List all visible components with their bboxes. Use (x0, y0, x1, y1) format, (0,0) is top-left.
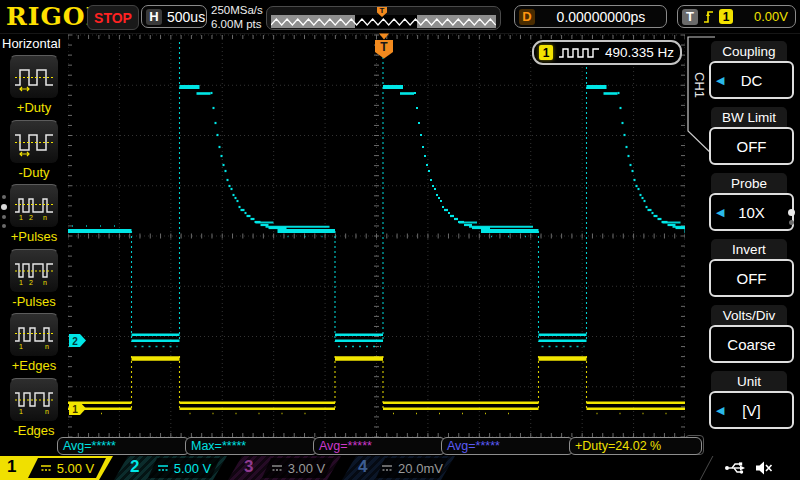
timebase-value: 500us (167, 9, 205, 25)
select-arrow-icon: ◀ (716, 74, 724, 87)
page-dot (2, 215, 6, 219)
menu-value: Coarse (727, 336, 775, 353)
svg-text:n: n (45, 343, 49, 350)
page-dot (789, 220, 794, 225)
left-menu: Horizontal +Duty -Duty 12n +Puls (0, 33, 68, 456)
coupling-dc-icon (381, 463, 393, 473)
menu-item-invert[interactable]: ◀ OFF (709, 259, 794, 297)
svg-text:2: 2 (29, 279, 33, 286)
channel-scale: 20.0mV (398, 461, 443, 476)
menu-label-coupling: Coupling (711, 41, 787, 61)
svg-text:n: n (43, 279, 47, 286)
channel-3-status[interactable]: 3 3.00 V (228, 456, 341, 480)
page-dot (2, 195, 6, 199)
menu-item-unit[interactable]: ◀ [V] (709, 391, 794, 429)
menu-value: OFF (737, 138, 767, 155)
memory-depth: 6.00M pts (211, 17, 263, 31)
usb-icon[interactable] (724, 459, 746, 477)
pulses-negative-icon: 12n (13, 256, 55, 286)
pulse-train-icon (558, 46, 600, 59)
menu-value: [V] (742, 402, 760, 419)
svg-text:2: 2 (72, 336, 78, 347)
page-dot-active (1, 204, 7, 210)
measurement-bar: Avg=***** Max=***** Avg=***** Avg=***** … (0, 437, 800, 456)
horizontal-badge: H (146, 9, 162, 25)
right-menu-page-dots (788, 209, 795, 225)
svg-text:2: 2 (29, 214, 33, 221)
oscilloscope-screen: RIGOL STOP H 500us 250MSa/s 6.00M pts T … (0, 0, 800, 480)
left-menu-title: Horizontal (2, 36, 61, 51)
menu-item-label: +Edges (0, 358, 68, 373)
right-menu: CH1 Coupling ◀ DC BW Limit ◀ OFF Probe ◀… (685, 33, 800, 456)
run-stop-status[interactable]: STOP (87, 5, 139, 30)
menu-label-bw-limit: BW Limit (711, 107, 787, 127)
menu-item-plus-pulses[interactable]: 12n +Pulses (0, 184, 68, 244)
menu-item-minus-edges[interactable]: 1n -Edges (0, 378, 68, 438)
channel-number: 1 (7, 457, 16, 477)
measurement-cell-2[interactable]: Max=***** (185, 437, 318, 455)
channel-scale: 5.00 V (57, 461, 95, 476)
menu-item-probe[interactable]: ◀ 10X (709, 193, 794, 231)
menu-item-label: -Edges (0, 423, 68, 438)
select-arrow-icon: ◀ (716, 206, 724, 219)
sample-rate: 250MSa/s (211, 3, 263, 17)
menu-label-invert: Invert (711, 239, 787, 259)
menu-label-probe: Probe (711, 173, 787, 193)
menu-item-coupling[interactable]: ◀ DC (709, 61, 794, 99)
svg-text:1: 1 (19, 214, 23, 221)
channel-2-status[interactable]: 2 5.00 V (114, 456, 227, 480)
trigger-badge: T (682, 9, 698, 25)
select-arrow-icon: ◀ (716, 404, 724, 417)
rising-edge-icon (702, 9, 715, 25)
menu-value: DC (741, 72, 763, 89)
edges-positive-icon: 1n (13, 320, 55, 350)
pulses-positive-icon: 12n (13, 191, 55, 221)
frequency-counter: 1 490.335 Hz (532, 40, 682, 65)
trigger-box[interactable]: T 1 0.00V (677, 5, 796, 28)
measurement-cell-5[interactable]: +Duty=24.02 % (569, 437, 702, 455)
menu-item-volts-div[interactable]: ◀ Coarse (709, 325, 794, 363)
svg-text:n: n (43, 214, 47, 221)
menu-item-plus-edges[interactable]: 1n +Edges (0, 313, 68, 373)
channel-scale: 3.00 V (288, 461, 326, 476)
menu-item-bw-limit[interactable]: ◀ OFF (709, 127, 794, 165)
menu-item-minus-pulses[interactable]: 12n -Pulses (0, 249, 68, 309)
svg-text:T: T (380, 40, 388, 54)
delay-box[interactable]: D 0.00000000ps (514, 5, 667, 28)
measurement-cell-1[interactable]: Avg=***** (57, 437, 190, 455)
edges-negative-icon: 1n (13, 385, 55, 415)
speaker-muted-icon[interactable] (754, 459, 773, 477)
duty-negative-icon (13, 127, 55, 157)
duty-positive-icon (13, 62, 55, 92)
svg-text:1: 1 (19, 279, 23, 286)
measurement-cell-4[interactable]: Avg=***** (441, 437, 574, 455)
waveform-preview-bar[interactable]: T (266, 6, 501, 30)
channel-scale: 5.00 V (174, 461, 212, 476)
preview-waveform (271, 15, 496, 28)
acquisition-info: 250MSa/s 6.00M pts (211, 3, 263, 31)
bar-divider (700, 456, 714, 480)
menu-item-plus-duty[interactable]: +Duty (0, 55, 68, 115)
menu-label-volts-div: Volts/Div (711, 305, 787, 325)
coupling-dc-icon (40, 463, 52, 473)
menu-label-unit: Unit (711, 371, 787, 391)
channel-1-status[interactable]: 1 5.00 V (0, 456, 113, 480)
menu-item-label: -Duty (0, 165, 68, 180)
delay-badge: D (519, 9, 535, 25)
timebase-box[interactable]: H 500us (141, 5, 207, 28)
left-menu-page-dots (1, 195, 7, 228)
channel-4-status[interactable]: 4 20.0mV (342, 456, 455, 480)
menu-item-minus-duty[interactable]: -Duty (0, 120, 68, 180)
menu-value: OFF (737, 270, 767, 287)
channel-menu-tab: CH1 (689, 45, 709, 125)
measurement-cell-3[interactable]: Avg=***** (313, 437, 446, 455)
coupling-dc-icon (271, 463, 283, 473)
svg-text:1: 1 (19, 408, 23, 415)
trigger-level-value: 0.00V (737, 9, 791, 24)
waveform-display[interactable]: T21 1 490.335 Hz (68, 33, 685, 437)
trigger-source-badge: 1 (719, 9, 733, 24)
menu-item-label: +Pulses (0, 229, 68, 244)
graticule-and-traces: T21 (68, 33, 685, 437)
coupling-dc-icon (157, 463, 169, 473)
top-bar: RIGOL STOP H 500us 250MSa/s 6.00M pts T … (0, 0, 800, 34)
